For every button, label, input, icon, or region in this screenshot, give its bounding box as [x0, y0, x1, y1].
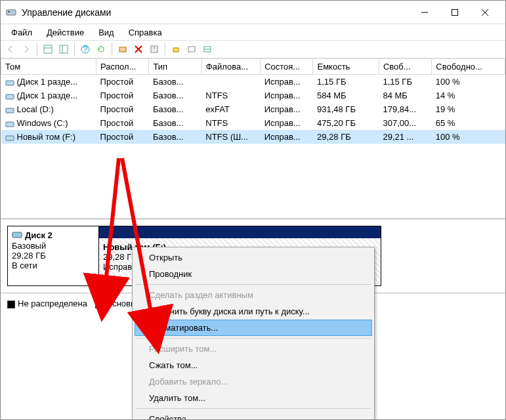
ctx-delete[interactable]: Удалить том...: [135, 390, 372, 406]
legend-unallocated: Не распределена: [7, 299, 87, 308]
toolbar-icon[interactable]: [184, 42, 199, 56]
toolbar-icon[interactable]: [116, 42, 130, 56]
ctx-extend: Расширить том...: [135, 341, 372, 357]
separator: [112, 43, 112, 56]
refresh-icon[interactable]: [94, 42, 108, 56]
svg-text:?: ?: [83, 45, 87, 54]
cell-pct: 14 %: [432, 89, 505, 102]
table-row[interactable]: (Диск 1 разде...ПростойБазов...Исправ...…: [1, 75, 505, 89]
close-button[interactable]: [470, 2, 500, 23]
ctx-properties[interactable]: Свойства: [135, 411, 372, 420]
cell-cap: 475,20 ГБ: [313, 116, 379, 130]
help-icon[interactable]: ?: [78, 42, 93, 56]
cell-name: (Диск 1 разде...: [1, 75, 96, 89]
cell-name: Новый том (F:): [1, 130, 96, 144]
svg-rect-25: [6, 136, 14, 140]
toolbar-icon[interactable]: [41, 42, 55, 56]
cell-layout: Простой: [96, 89, 149, 102]
col-volume[interactable]: Том: [1, 59, 96, 75]
partition-header: [99, 226, 381, 238]
delete-icon[interactable]: [131, 42, 146, 56]
svg-rect-24: [6, 122, 14, 127]
col-capacity[interactable]: Емкость: [313, 59, 379, 75]
cell-name: Local (D:): [1, 102, 96, 116]
svg-rect-12: [119, 47, 126, 52]
menu-bar: Файл Действие Вид Справка: [1, 24, 505, 40]
toolbar: ?: [1, 40, 505, 58]
ctx-add-mirror: Добавить зеркало...: [135, 373, 372, 390]
cell-pct: 100 %: [432, 75, 505, 89]
svg-rect-23: [6, 108, 14, 113]
cell-type: Базов...: [149, 130, 201, 144]
cell-free: 179,84...: [379, 102, 431, 116]
col-layout[interactable]: Распол...: [96, 59, 149, 75]
menu-view[interactable]: Вид: [92, 26, 121, 39]
cell-type: Базов...: [149, 102, 201, 116]
svg-point-16: [154, 47, 155, 49]
disk-info-box[interactable]: Диск 2 Базовый 29,28 ГБ В сети: [7, 226, 99, 286]
cell-pct: 65 %: [432, 116, 505, 130]
back-icon: [3, 42, 18, 56]
cell-fs: exFAT: [201, 102, 260, 116]
svg-rect-3: [452, 9, 458, 15]
cell-type: Базов...: [149, 75, 201, 89]
minimize-button[interactable]: [410, 2, 440, 23]
svg-rect-26: [12, 232, 22, 238]
ctx-open[interactable]: Открыть: [135, 249, 372, 266]
cell-layout: Простой: [96, 116, 149, 130]
svg-rect-1: [8, 11, 10, 12]
separator: [37, 43, 37, 56]
cell-type: Базов...: [149, 116, 201, 130]
svg-rect-21: [6, 81, 14, 85]
ctx-change-letter[interactable]: Изменить букву диска или путь к диску...: [135, 303, 372, 320]
cell-fs: NTFS (Ш...: [201, 130, 260, 144]
swatch-unallocated: [7, 301, 15, 308]
table-row[interactable]: Новый том (F:)ПростойБазов...NTFS (Ш...И…: [1, 130, 505, 144]
table-row[interactable]: (Диск 1 разде...ПростойБазов...NTFSИспра…: [1, 89, 505, 102]
properties-icon[interactable]: [147, 42, 161, 56]
cell-cap: 931,48 ГБ: [313, 102, 379, 116]
table-row[interactable]: Windows (C:)ПростойБазов...NTFSИсправ...…: [1, 116, 505, 130]
volume-table: Том Распол... Тип Файлова... Состоя... Е…: [1, 58, 505, 144]
ctx-mark-active: Сделать раздел активным: [135, 287, 372, 303]
cell-name: (Диск 1 разде...: [1, 89, 96, 102]
disk-status: В сети: [12, 261, 95, 270]
cell-cap: 1,15 ГБ: [313, 75, 379, 89]
col-free[interactable]: Своб...: [379, 59, 431, 75]
toolbar-icon[interactable]: [200, 42, 215, 56]
cell-pct: 19 %: [432, 102, 505, 116]
cell-layout: Простой: [96, 130, 149, 144]
window-title: Управление дисками: [22, 7, 410, 18]
cell-free: 84 МБ: [379, 89, 431, 102]
cell-pct: 100 %: [432, 130, 505, 144]
maximize-button[interactable]: [440, 2, 470, 23]
cell-status: Исправ...: [261, 102, 313, 116]
ctx-format[interactable]: Форматировать...: [135, 320, 372, 336]
col-filesystem[interactable]: Файлова...: [201, 59, 260, 75]
app-icon: [6, 7, 16, 18]
cell-layout: Простой: [96, 102, 149, 116]
col-status[interactable]: Состоя...: [261, 59, 313, 75]
svg-rect-8: [60, 45, 68, 53]
volume-list[interactable]: Том Распол... Тип Файлова... Состоя... Е…: [1, 58, 505, 219]
menu-file[interactable]: Файл: [5, 26, 39, 39]
ctx-explorer[interactable]: Проводник: [135, 266, 372, 282]
cell-type: Базов...: [149, 89, 201, 102]
menu-action[interactable]: Действие: [40, 26, 91, 39]
cell-status: Исправ...: [261, 75, 313, 89]
menu-help[interactable]: Справка: [122, 26, 169, 39]
cell-fs: NTFS: [201, 116, 260, 130]
ctx-shrink[interactable]: Сжать том...: [135, 357, 372, 373]
cell-name: Windows (C:): [1, 116, 96, 130]
separator: [136, 408, 371, 409]
svg-rect-22: [6, 94, 14, 99]
col-type[interactable]: Тип: [149, 59, 201, 75]
toolbar-icon[interactable]: [169, 42, 183, 56]
svg-rect-18: [188, 47, 195, 52]
title-bar: Управление дисками: [1, 1, 505, 24]
table-row[interactable]: Local (D:)ПростойБазов...exFATИсправ...9…: [1, 102, 505, 116]
toolbar-icon[interactable]: [56, 42, 71, 56]
cell-layout: Простой: [96, 75, 149, 89]
col-free-pct[interactable]: Свободно...: [432, 59, 505, 75]
separator: [136, 338, 371, 339]
